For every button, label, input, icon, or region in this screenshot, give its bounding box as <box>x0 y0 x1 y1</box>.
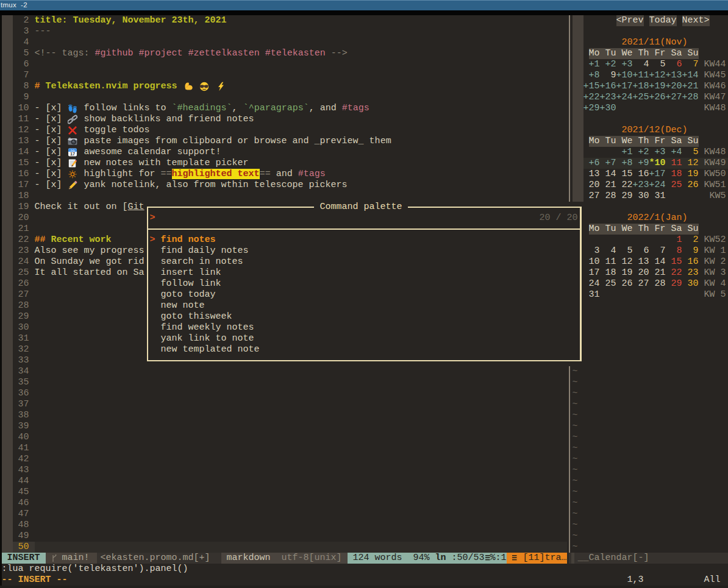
svg-text:17: 17 <box>70 151 74 157</box>
